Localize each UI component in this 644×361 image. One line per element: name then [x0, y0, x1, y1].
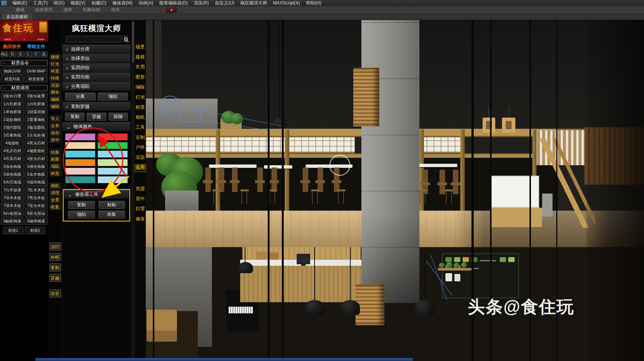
max-logo-icon[interactable]: [1, 1, 7, 6]
workspace-dropdown[interactable]: ▾: [166, 7, 177, 13]
color-swatch[interactable]: [97, 159, 128, 166]
category-tab[interactable]: 实用: [135, 164, 145, 172]
tool-strip-button[interactable]: 刷新: [49, 156, 61, 162]
category-tab[interactable]: 常用: [135, 64, 145, 71]
color-swatch[interactable]: [97, 167, 128, 175]
copy-through-button[interactable]: 复制: [65, 113, 84, 121]
plugin-section-header-modifier-tools[interactable]: ⌄ 修改器工具: [64, 190, 129, 199]
material-preset-button[interactable]: 4石英石材: [1, 155, 24, 162]
menu-item[interactable]: 动画(A): [135, 0, 156, 6]
material-slot-button[interactable]: 材质1: [3, 227, 23, 234]
material-preset-button[interactable]: 4墙面瓷砖: [25, 147, 48, 154]
material-preset-button[interactable]: 5浅色地板: [1, 163, 24, 170]
carousel-next-icon[interactable]: ▶▶▶: [38, 38, 45, 41]
menu-item[interactable]: 帮助(H): [303, 0, 324, 6]
material-preset-button[interactable]: 1白乳胶漆: [25, 100, 48, 108]
color-swatch[interactable]: [65, 176, 96, 183]
tool-strip-button[interactable]: 导入: [49, 115, 61, 122]
menu-item[interactable]: 工具(T): [30, 0, 51, 6]
category-tab[interactable]: 材质: [135, 104, 145, 111]
category-tab[interactable]: 工具: [135, 124, 145, 131]
subtab-polygon-modeling[interactable]: 多边形建模: [2, 14, 32, 20]
ribbon-tab[interactable]: 填充: [106, 6, 124, 13]
color-swatch[interactable]: [97, 133, 128, 141]
modifier-tool-button[interactable]: 粘贴: [99, 201, 125, 209]
tool-strip-button[interactable]: 材质: [49, 170, 61, 176]
viewport-3d[interactable]: 头条@食住玩: [146, 20, 644, 361]
color-swatch[interactable]: [65, 142, 96, 149]
buy-software-link[interactable]: 购买软件: [3, 44, 21, 50]
material-preset-button[interactable]: 0室外夜景: [25, 93, 48, 100]
material-preset-button[interactable]: 3文化砖墙: [25, 132, 48, 139]
material-preset-button[interactable]: 6布艺地毯: [1, 179, 24, 186]
plugin-section-header-object-color[interactable]: ⌄ 物体颜色: [62, 122, 131, 131]
tool-strip-button[interactable]: 保存: [49, 130, 61, 136]
material-preset-button[interactable]: 2花纹墙纸: [1, 116, 24, 123]
material-preset-button[interactable]: 9橱柜烤漆: [1, 218, 24, 225]
plugin-section-header[interactable]: › 实用的组: [62, 63, 131, 73]
color-swatch[interactable]: [97, 176, 128, 183]
tool-strip-button[interactable]: 相机: [49, 182, 61, 189]
section-header-material-library[interactable]: - 材质调用: [1, 85, 48, 91]
material-preset-button[interactable]: 1单色胶漆: [1, 108, 24, 115]
filter-button[interactable]: S: [17, 51, 24, 57]
material-preset-button[interactable]: 2现代壁纸: [1, 124, 24, 131]
category-tab[interactable]: 修改: [135, 216, 145, 223]
tool-strip-button[interactable]: 材质: [49, 68, 61, 74]
material-preset-button[interactable]: 4亮光石材: [25, 140, 48, 147]
material-preset-button[interactable]: 0室外日景: [1, 93, 24, 100]
tool-strip-button[interactable]: 特殊: [49, 75, 61, 81]
plugin-section-header-detach[interactable]: › 分离塌陷: [62, 82, 131, 91]
tool-strip-button[interactable]: 语音: [49, 290, 61, 297]
category-tab[interactable]: 图形: [135, 74, 145, 81]
material-preset-button[interactable]: 1硅藻泥墙: [25, 108, 48, 115]
material-slot-button[interactable]: 材质2: [25, 227, 45, 234]
material-preset-button[interactable]: 1白乳胶漆: [1, 100, 24, 108]
menu-item[interactable]: MAXScript(X): [270, 0, 303, 6]
plugin-section-header[interactable]: › 选择分类: [62, 45, 131, 54]
modifier-tool-button[interactable]: 塌陷: [68, 211, 95, 218]
tool-strip-button[interactable]: 编辑: [49, 103, 61, 109]
tool-strip-button[interactable]: 复制: [49, 263, 61, 271]
material-preset-button[interactable]: 4毛石石材: [1, 147, 24, 154]
menu-item[interactable]: 自定义(U): [212, 0, 238, 6]
filter-button[interactable]: 反: [41, 51, 48, 57]
filter-button[interactable]: C: [33, 51, 40, 57]
plugin-section-header[interactable]: › 实用功能: [62, 73, 131, 82]
material-preset-button[interactable]: 7深木木纹: [1, 202, 24, 209]
material-preset-button[interactable]: 2普通墙纸: [25, 116, 48, 123]
material-preset-button[interactable]: 6绒布地毯: [25, 179, 48, 186]
material-command-button[interactable]: 物体UVW: [1, 68, 24, 75]
tool-strip-button[interactable]: 穿越: [49, 274, 61, 282]
filter-button[interactable]: L: [25, 51, 32, 57]
tool-strip-button[interactable]: 塌陷: [49, 163, 61, 169]
modifier-tool-button[interactable]: 复制: [68, 201, 95, 209]
tool-strip-button[interactable]: 清理: [49, 189, 61, 196]
material-preset-button[interactable]: 5深色地板: [1, 171, 24, 178]
material-preset-button[interactable]: 8白色混油: [1, 210, 24, 217]
tool-strip-button[interactable]: 灯光: [49, 61, 61, 67]
material-command-button[interactable]: 材质管理: [25, 76, 48, 83]
menu-item[interactable]: 组(G): [51, 0, 67, 6]
tool-strip-button[interactable]: 转换: [49, 149, 61, 155]
menu-item[interactable]: 视图(V): [68, 0, 88, 6]
menu-item[interactable]: 渲染(R): [191, 0, 212, 6]
carousel-prev-icon[interactable]: ◀◀◀: [4, 38, 10, 41]
detach-section-button[interactable]: 分离: [65, 93, 96, 100]
help-file-link[interactable]: 帮助文件: [28, 44, 45, 50]
tool-strip-button[interactable]: 冻结: [49, 243, 61, 250]
material-preset-button[interactable]: 4地面砖: [1, 140, 24, 147]
tool-strip-button[interactable]: 脚本: [49, 89, 61, 95]
search-button[interactable]: [124, 36, 128, 42]
material-preset-button[interactable]: 2银花壁纸: [25, 124, 48, 131]
color-swatch[interactable]: [97, 150, 128, 158]
filter-button[interactable]: ALL: [1, 51, 8, 57]
menu-item[interactable]: 修改器(M): [109, 0, 135, 6]
material-preset-button[interactable]: 7白开放漆: [1, 186, 24, 194]
tool-strip-button[interactable]: 居中: [49, 137, 61, 143]
category-tab[interactable]: 渲染: [135, 154, 145, 162]
copy-through-button[interactable]: 穿越: [87, 113, 106, 121]
category-tab[interactable]: 归零: [135, 206, 145, 213]
panel-scrollbar[interactable]: [131, 20, 135, 361]
ribbon-tab[interactable]: 自由形式: [30, 6, 57, 13]
